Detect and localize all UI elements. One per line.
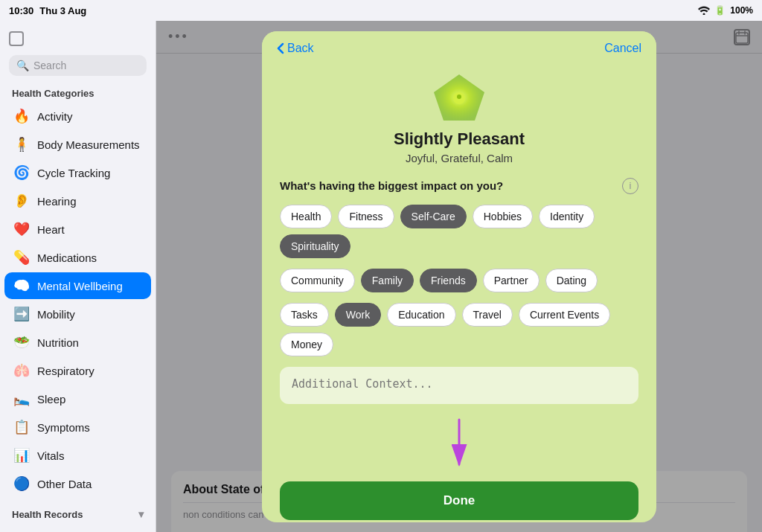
sidebar-search[interactable]: 🔍 Search [9, 55, 147, 76]
tag-spirituality[interactable]: Spirituality [280, 234, 350, 258]
mood-descriptors: Joyful, Grateful, Calm [406, 152, 513, 164]
nutrition-icon: 🥗 [13, 334, 30, 350]
records-header: Health Records ▾ [0, 504, 156, 523]
back-button[interactable]: Back [277, 42, 314, 55]
mental-wellbeing-icon: 🧠 [13, 278, 30, 294]
medications-icon: 💊 [13, 249, 30, 266]
activity-icon: 🔥 [13, 108, 30, 124]
sleep-icon: 🛌 [13, 391, 30, 407]
other-data-icon: 🔵 [13, 475, 30, 492]
status-bar: 10:30 Thu 3 Aug 🔋 100% [0, 0, 762, 21]
back-label: Back [287, 42, 314, 55]
sidebar: 🔍 Search Health Categories 🔥 Activity 🧍 … [0, 21, 156, 532]
body-measurements-icon: 🧍 [13, 136, 30, 153]
chevron-left-icon [277, 42, 284, 54]
sidebar-item-label: Body Measurements [37, 138, 140, 151]
modal-overlay: Back Cancel [156, 21, 762, 532]
sidebar-item-sleep[interactable]: 🛌 Sleep [4, 385, 151, 412]
sidebar-item-label: Symptoms [37, 421, 90, 434]
battery-icon: 🔋 [714, 5, 726, 16]
heart-icon: ❤️ [13, 221, 30, 237]
hearing-icon: 👂 [13, 193, 30, 209]
sidebar-item-label: Mental Wellbeing [37, 280, 123, 292]
tag-dating[interactable]: Dating [545, 269, 598, 292]
main-content: ••• About State of Mind non conditions c… [156, 21, 762, 532]
sidebar-item-cycle-tracking[interactable]: 🌀 Cycle Tracking [4, 159, 151, 186]
sidebar-item-body-measurements[interactable]: 🧍 Body Measurements [4, 131, 151, 158]
cycle-tracking-icon: 🌀 [13, 164, 30, 181]
info-icon[interactable]: i [622, 178, 638, 194]
sidebar-item-label: Other Data [37, 478, 92, 490]
arrow-annotation [280, 416, 638, 475]
sidebar-item-label: Medications [37, 251, 97, 264]
sidebar-toolbar [0, 27, 156, 52]
svg-point-0 [703, 13, 705, 16]
sidebar-item-label: Heart [37, 223, 65, 236]
tag-hobbies[interactable]: Hobbies [473, 205, 533, 228]
sidebar-item-label: Vitals [37, 449, 64, 462]
tag-partner[interactable]: Partner [483, 269, 540, 292]
tag-money[interactable]: Money [280, 333, 333, 356]
tag-fitness[interactable]: Fitness [338, 205, 394, 228]
tag-community[interactable]: Community [280, 269, 355, 292]
sidebar-item-label: Mobility [37, 308, 75, 321]
battery-percent: 100% [730, 5, 753, 16]
sidebar-item-label: Sleep [37, 393, 65, 406]
wifi-icon [698, 6, 710, 15]
sidebar-item-heart[interactable]: ❤️ Heart [4, 216, 151, 243]
tags-row-2: Community Family Friends Partner Dating [280, 269, 638, 292]
vitals-icon: 📊 [13, 447, 30, 464]
done-button[interactable]: Done [280, 481, 638, 520]
context-input[interactable] [280, 367, 638, 404]
status-time: 10:30 [9, 5, 33, 16]
tag-travel[interactable]: Travel [462, 303, 513, 327]
mood-title: Slightly Pleasant [394, 129, 525, 149]
cancel-button[interactable]: Cancel [604, 42, 641, 55]
tag-identity[interactable]: Identity [539, 205, 595, 228]
respiratory-icon: 🫁 [13, 362, 30, 379]
categories-header: Health Categories [0, 83, 156, 102]
tag-tasks[interactable]: Tasks [280, 303, 329, 327]
tag-self-care[interactable]: Self-Care [400, 205, 467, 228]
question-row: What's having the biggest impact on you?… [280, 178, 638, 194]
tag-education[interactable]: Education [387, 303, 455, 327]
status-date: Thu 3 Aug [39, 5, 86, 16]
sidebar-item-hearing[interactable]: 👂 Hearing [4, 188, 151, 214]
tag-current-events[interactable]: Current Events [519, 303, 610, 327]
search-icon: 🔍 [16, 60, 29, 71]
sidebar-item-other-data[interactable]: 🔵 Other Data [4, 470, 151, 497]
modal-body: Slightly Pleasant Joyful, Grateful, Calm… [262, 63, 656, 481]
tags-container: Health Fitness Self-Care Hobbies Identit… [280, 205, 638, 258]
sidebar-item-label: Activity [37, 110, 73, 123]
modal-header: Back Cancel [262, 31, 656, 63]
svg-point-7 [457, 94, 461, 99]
modal-dialog: Back Cancel [262, 31, 656, 522]
sidebar-item-label: Hearing [37, 195, 77, 208]
sidebar-item-mobility[interactable]: ➡️ Mobility [4, 301, 151, 327]
symptoms-icon: 📋 [13, 419, 30, 435]
sidebar-item-label: Cycle Tracking [37, 167, 110, 179]
tag-health[interactable]: Health [280, 205, 332, 228]
app-container: 🔍 Search Health Categories 🔥 Activity 🧍 … [0, 21, 762, 532]
tags-row-3: Tasks Work Education Travel Current Even… [280, 303, 638, 356]
sidebar-item-label: Nutrition [37, 336, 79, 349]
status-bar-left: 10:30 Thu 3 Aug [9, 5, 86, 16]
tag-family[interactable]: Family [361, 269, 414, 292]
status-bar-right: 🔋 100% [698, 5, 753, 16]
tag-work[interactable]: Work [335, 303, 381, 327]
tag-friends[interactable]: Friends [420, 269, 477, 292]
sidebar-item-respiratory[interactable]: 🫁 Respiratory [4, 357, 151, 384]
mood-pentagon-icon [429, 70, 489, 129]
sidebar-item-vitals[interactable]: 📊 Vitals [4, 442, 151, 469]
sidebar-toggle-icon[interactable] [9, 31, 24, 46]
mobility-icon: ➡️ [13, 306, 30, 322]
sidebar-item-medications[interactable]: 💊 Medications [4, 244, 151, 271]
sidebar-item-label: Respiratory [37, 365, 95, 377]
sidebar-item-mental-wellbeing[interactable]: 🧠 Mental Wellbeing [4, 272, 151, 299]
sidebar-item-nutrition[interactable]: 🥗 Nutrition [4, 329, 151, 356]
search-placeholder: Search [33, 60, 66, 71]
records-chevron[interactable]: ▾ [138, 508, 144, 520]
arrow-icon [437, 416, 481, 475]
sidebar-item-activity[interactable]: 🔥 Activity [4, 103, 151, 129]
sidebar-item-symptoms[interactable]: 📋 Symptoms [4, 414, 151, 440]
